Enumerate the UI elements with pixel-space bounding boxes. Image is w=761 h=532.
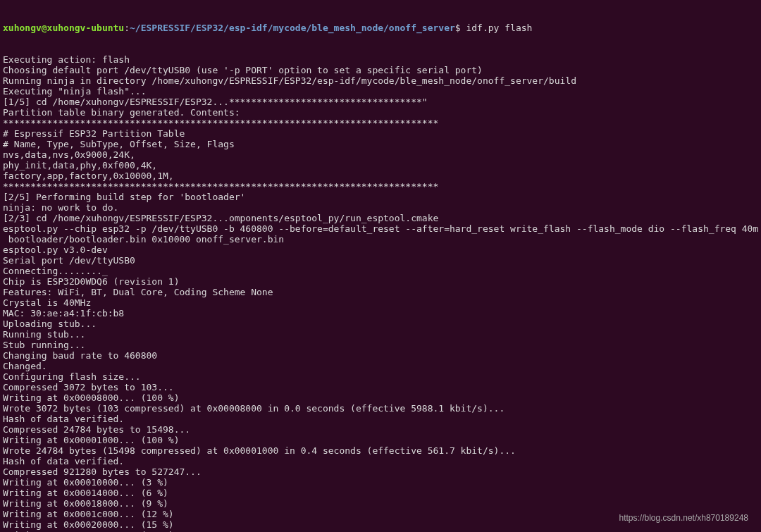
output-line: Stub running... [3,340,758,350]
output-line: Hash of data verified. [3,414,758,424]
output-line: Writing at 0x00014000... (6 %) [3,488,758,498]
output-line: Wrote 3072 bytes (103 compressed) at 0x0… [3,403,758,414]
prompt-dollar: $ [455,23,466,33]
output-line: Compressed 921280 bytes to 527247... [3,466,758,477]
output-line: # Name, Type, SubType, Offset, Size, Fla… [3,139,758,149]
output-line: Compressed 24784 bytes to 15498... [3,424,758,435]
prompt-colon: : [124,23,130,33]
prompt-user-host: xuhongv@xuhongv-ubuntu [3,23,124,33]
output-line: Compressed 3072 bytes to 103... [3,382,758,392]
terminal-output: Executing action: flashChoosing default … [3,54,758,532]
output-line: [1/5] cd /home/xuhongv/ESPRESSIF/ESP32..… [3,97,758,107]
output-line: Wrote 24784 bytes (15498 compressed) at … [3,445,758,456]
output-line: ninja: no work to do. [3,202,758,213]
watermark-text: https://blog.csdn.net/xh870189248 [619,513,748,524]
output-line: Writing at 0x00008000... (100 %) [3,392,758,403]
command-input[interactable]: idf.py flash [466,23,532,33]
output-line: Features: WiFi, BT, Dual Core, Coding Sc… [3,287,758,297]
output-line: Running ninja in directory /home/xuhongv… [3,75,758,86]
output-line: Crystal is 40MHz [3,297,758,308]
output-line: Connecting........_ [3,266,758,276]
output-line: Writing at 0x00018000... (9 %) [3,498,758,509]
output-line: # Espressif ESP32 Partition Table [3,128,758,139]
output-line: [2/3] cd /home/xuhongv/ESPRESSIF/ESP32..… [3,213,758,223]
prompt-line: xuhongv@xuhongv-ubuntu:~/ESPRESSIF/ESP32… [3,23,758,33]
output-line: Partition table binary generated. Conten… [3,107,758,118]
output-line: Chip is ESP32D0WDQ6 (revision 1) [3,276,758,287]
output-line: Uploading stub... [3,318,758,329]
output-line: ****************************************… [3,181,758,192]
output-line: Changing baud rate to 460800 [3,350,758,361]
output-line: Serial port /dev/ttyUSB0 [3,255,758,266]
output-line: bootloader/bootloader.bin 0x10000 onoff_… [3,234,758,245]
output-line: phy_init,data,phy,0xf000,4K, [3,160,758,171]
output-line: Changed. [3,361,758,371]
output-line: ****************************************… [3,118,758,128]
output-line: Writing at 0x00001000... (100 %) [3,435,758,445]
output-line: Writing at 0x00010000... (3 %) [3,477,758,488]
output-line: Running stub... [3,329,758,340]
output-line: MAC: 30:ae:a4:1f:cb:b8 [3,308,758,318]
output-line: Configuring flash size... [3,371,758,382]
output-line: Executing "ninja flash"... [3,86,758,97]
terminal-window[interactable]: xuhongv@xuhongv-ubuntu:~/ESPRESSIF/ESP32… [3,1,758,532]
output-line: Choosing default port /dev/ttyUSB0 (use … [3,65,758,75]
output-line: Executing action: flash [3,54,758,65]
prompt-cwd: ~/ESPRESSIF/ESP32/esp-idf/mycode/ble_mes… [130,23,455,33]
output-line: esptool.py v3.0-dev [3,245,758,255]
output-line: esptool.py --chip esp32 -p /dev/ttyUSB0 … [3,223,758,234]
output-line: nvs,data,nvs,0x9000,24K, [3,149,758,160]
output-line: factory,app,factory,0x10000,1M, [3,171,758,181]
output-line: Hash of data verified. [3,456,758,466]
output-line: [2/5] Performing build step for 'bootloa… [3,192,758,202]
